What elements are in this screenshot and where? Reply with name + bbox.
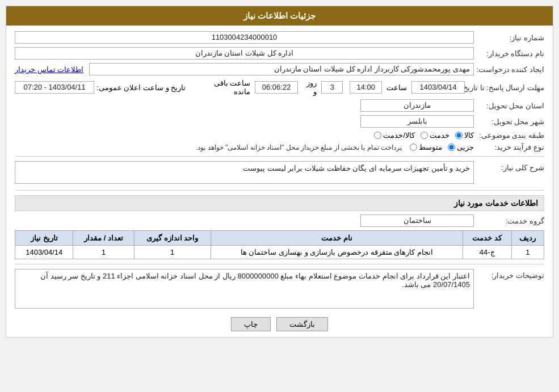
نوع-فرآیند-options: متوسط جزیی — [410, 143, 474, 151]
گروه-خدمت-label: گروه خدمت: — [476, 217, 544, 225]
ساعت-label: ساعت — [386, 83, 407, 92]
شرح-کلی-textarea — [15, 161, 474, 184]
radio-متوسط-input[interactable] — [410, 144, 417, 151]
cell-ردیف: 1 — [511, 246, 544, 259]
countdown-value: 06:06:22 — [255, 81, 297, 94]
radio-کالا[interactable]: کالا — [455, 131, 474, 140]
radio-خدمت-label: خدمت — [430, 131, 449, 140]
col-نام-خدمت: نام خدمت — [211, 231, 463, 246]
شرح-کلی-container — [15, 161, 474, 186]
نام-دستگاه-value: اداره کل شیلات استان مازندران — [15, 47, 474, 60]
col-تاریخ: تاریخ نیاز — [15, 231, 73, 246]
page-wrapper: جزئیات اطلاعات نیاز شماره نیاز: 11030042… — [0, 0, 559, 392]
اطلاعات-تماس-link[interactable]: اطلاعات تماس خریدار — [15, 65, 83, 74]
buttons-row: بازگشت چاپ — [15, 317, 544, 331]
اطلاعات-خدمات-title: اطلاعات خدمات مورد نیاز — [15, 195, 544, 211]
استان-label: استان محل تحویل: — [476, 102, 544, 110]
radio-کالا-input[interactable] — [455, 132, 463, 139]
cell-کد: ج-44 — [463, 246, 511, 259]
radio-جزیی-input[interactable] — [448, 144, 455, 151]
ایجاد-کننده-value: مهدی پورمحمدشورکی کاربرداز اداره کل شیلا… — [89, 63, 474, 75]
شهر-row: شهر محل تحویل: بابلسر — [15, 115, 544, 128]
مهلت-label: مهلت ارسال پاسخ: تا تاریخ: — [467, 83, 544, 92]
table-row: 1 ج-44 انجام کارهای متفرقه درخصوص بازساز… — [15, 246, 544, 259]
radio-متوسط-label: متوسط — [419, 143, 442, 151]
شرح-کلی-row: شرح کلی نیاز: — [15, 161, 544, 186]
cell-تعداد: 1 — [73, 246, 134, 259]
توضیحات-label: توضیحات خریدار: — [476, 269, 544, 280]
header-title: جزئیات اطلاعات نیاز — [243, 11, 316, 20]
col-کد-خدمت: کد خدمت — [463, 231, 511, 246]
تاریخ-اعلان-value: 1403/04/11 - 07:20 — [15, 81, 94, 94]
گروه-خدمت-value: ساختمان — [360, 214, 474, 227]
توضیحات-row: توضیحات خریدار: — [15, 269, 544, 310]
table-body: 1 ج-44 انجام کارهای متفرقه درخصوص بازساز… — [15, 246, 544, 259]
شماره-نیاز-value: 1103004234000010 — [15, 31, 474, 44]
col-تعداد: تعداد / مقدار — [73, 231, 134, 246]
ایجاد-کننده-label: ایجاد کننده درخواست: — [476, 65, 544, 74]
طبقه-بندی-options: کالا/خدمت خدمت کالا — [374, 131, 474, 140]
گروه-خدمت-row: گروه خدمت: ساختمان — [15, 214, 544, 227]
نوع-فرآیند-row: نوع فرآیند خرید: متوسط جزیی پرداخت تمام … — [15, 143, 544, 151]
cell-تاریخ: 1403/04/14 — [15, 246, 73, 259]
main-card: جزئیات اطلاعات نیاز شماره نیاز: 11030042… — [6, 6, 553, 338]
card-body: شماره نیاز: 1103004234000010 نام دستگاه … — [6, 26, 553, 337]
col-ردیف: ردیف — [511, 231, 544, 246]
باقی-مانده-label: ساعت باقی مانده — [199, 79, 250, 96]
مهلت-ساعت: 14:00 — [350, 81, 382, 94]
روز-label: روز و — [302, 79, 317, 96]
radio-کالا-خدمت-label: کالا/خدمت — [383, 131, 415, 140]
نام-دستگاه-row: نام دستگاه خریدار: اداره کل شیلات استان … — [15, 47, 544, 60]
مهلت-date: 1403/04/14 — [411, 81, 465, 94]
divider-2 — [15, 190, 544, 191]
مهلت-row: مهلت ارسال پاسخ: تا تاریخ: 1403/04/14 سا… — [15, 79, 544, 96]
radio-کالا-خدمت[interactable]: کالا/خدمت — [374, 131, 415, 140]
cell-نام: انجام کارهای متفرقه درخصوص بازسازی و بهس… — [211, 246, 463, 259]
radio-خدمت[interactable]: خدمت — [421, 131, 449, 140]
شرح-کلی-label: شرح کلی نیاز: — [476, 161, 544, 172]
table-header-row: ردیف کد خدمت نام خدمت واحد اندازه گیری ت… — [15, 231, 544, 246]
تاریخ-اعلان-label: تاریخ و ساعت اعلان عمومی: — [96, 83, 186, 92]
طبقه-بندی-row: طبقه بندی موضوعی: کالا/خدمت خدمت کالا — [15, 131, 544, 140]
ایجاد-کننده-row: ایجاد کننده درخواست: مهدی پورمحمدشورکی ک… — [15, 63, 544, 75]
نوع-فرآیند-label: نوع فرآیند خرید: — [476, 143, 544, 151]
مهلت-روز: 3 — [321, 81, 343, 94]
divider-1 — [15, 156, 544, 157]
radio-خدمت-input[interactable] — [421, 132, 428, 139]
col-واحد: واحد اندازه گیری — [134, 231, 211, 246]
شماره-نیاز-row: شماره نیاز: 1103004234000010 — [15, 31, 544, 44]
توضیحات-textarea — [15, 269, 474, 309]
نام-دستگاه-label: نام دستگاه خریدار: — [476, 49, 544, 58]
radio-کالا-خدمت-input[interactable] — [374, 132, 381, 139]
توضیحات-container — [15, 269, 474, 310]
radio-جزیی-label: جزیی — [457, 143, 474, 151]
back-button[interactable]: بازگشت — [276, 317, 328, 331]
نوع-فرآیند-note: پرداخت تمام یا بخشی از مبلغ خریداز محل "… — [196, 144, 402, 151]
cell-واحد: 1 — [134, 246, 211, 259]
card-header: جزئیات اطلاعات نیاز — [6, 6, 553, 26]
طبقه-بندی-label: طبقه بندی موضوعی: — [476, 131, 544, 140]
شهر-label: شهر محل تحویل: — [476, 117, 544, 126]
شماره-نیاز-label: شماره نیاز: — [476, 33, 544, 42]
radio-متوسط[interactable]: متوسط — [410, 143, 442, 151]
services-table: ردیف کد خدمت نام خدمت واحد اندازه گیری ت… — [15, 230, 544, 259]
divider-3 — [15, 264, 544, 264]
شهر-value: بابلسر — [360, 115, 474, 128]
استان-value: مازندران — [360, 99, 474, 112]
print-button[interactable]: چاپ — [231, 317, 271, 331]
radio-کالا-label: کالا — [464, 131, 474, 140]
radio-جزیی[interactable]: جزیی — [448, 143, 474, 151]
استان-row: استان محل تحویل: مازندران — [15, 99, 544, 112]
